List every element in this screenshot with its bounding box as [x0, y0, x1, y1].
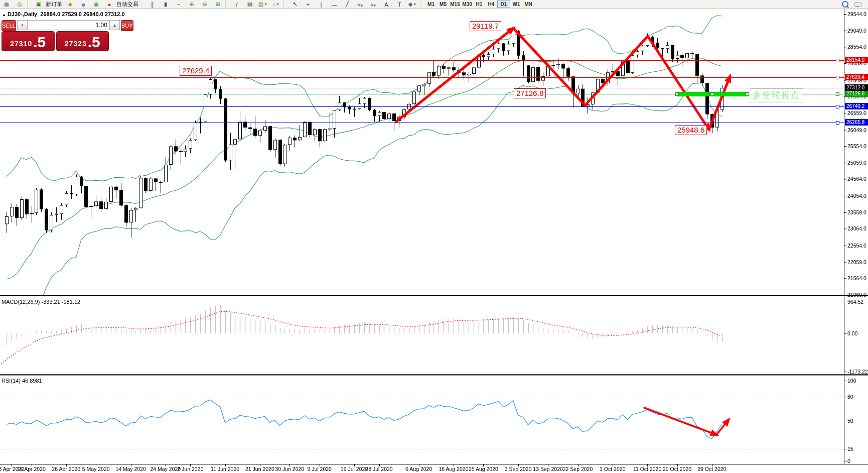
trendline-icon[interactable]: ╱ — [341, 1, 353, 8]
horizontal-line-object[interactable] — [0, 60, 844, 61]
fibonacci-icon[interactable]: ≈F — [367, 1, 379, 8]
periods-icon[interactable]: ○▼ — [270, 1, 282, 8]
date-axis-label: 11 Oct 2020 — [633, 466, 661, 472]
sell-price-button[interactable]: 27310 .5 — [2, 31, 55, 51]
auto-trading-icon[interactable]: ● — [103, 1, 115, 8]
price-axis-tick: 29049.0 — [847, 28, 866, 34]
toolbar-separator — [141, 1, 145, 8]
price-axis-tick: 24054.0 — [847, 193, 866, 199]
macd-label: MACD(12,26,9) -333.21 -181.12 — [2, 299, 80, 305]
search-icon[interactable] — [839, 1, 851, 8]
cursor-icon[interactable]: ↖ — [289, 1, 301, 8]
line-handle[interactable] — [836, 121, 839, 125]
green-bar-handle[interactable] — [675, 92, 679, 96]
rsi-axis-tick: 80 — [847, 394, 853, 400]
date-axis-label: 24 May 2020 — [150, 466, 181, 472]
price-annotation[interactable]: 27629.4 — [180, 66, 212, 76]
rsi-axis-tick: 50 — [847, 418, 853, 424]
green-bar-handle[interactable] — [746, 92, 749, 96]
profile-preview-icon[interactable]: ◎ — [14, 1, 26, 8]
chat-icon[interactable] — [852, 1, 864, 8]
volume-up-icon[interactable]: ▲ — [109, 20, 120, 30]
line-handle[interactable] — [836, 105, 839, 108]
timeframe-M15[interactable]: M15 — [449, 1, 461, 8]
arrows-icon[interactable]: ◆▼ — [406, 1, 418, 8]
ohlc-readout: 26884.0 27529.0 26840.0 27312.0 — [40, 11, 124, 17]
horizontal-line-object[interactable] — [0, 77, 844, 78]
candlestick-mode-icon[interactable]: ▮ — [160, 1, 172, 8]
price-axis-tick: 26049.0 — [847, 127, 866, 133]
timeframe-M1[interactable]: M1 — [425, 1, 437, 8]
horizontal-line-icon[interactable]: — — [328, 1, 340, 8]
price-annotation[interactable]: 29119.7 — [470, 21, 501, 31]
date-axis-label: 22 Sep 2020 — [563, 466, 593, 472]
price-line-tag: 26265.8 — [845, 119, 868, 126]
volume-input[interactable] — [28, 20, 109, 30]
text-icon[interactable]: A — [380, 1, 392, 8]
date-axis-label: 21 Jun 2020 — [245, 466, 274, 472]
toolbar-separator — [225, 1, 229, 8]
date-axis-label: 29 Oct 2020 — [697, 466, 726, 472]
price-axis-tick: 23064.0 — [847, 225, 866, 231]
buy-button[interactable]: BUY — [121, 20, 133, 31]
buy-price-button[interactable]: 27323 .5 — [56, 31, 109, 51]
toolbar-separator — [283, 1, 287, 8]
horizontal-line-object[interactable] — [0, 106, 844, 107]
date-axis-label: 26 Apr 2020 — [52, 466, 80, 472]
bar-chart-mode-icon[interactable]: ║ — [147, 1, 159, 8]
symbol-period: DJ30-,Daily — [8, 11, 37, 17]
timeframe-W1[interactable]: W1 — [510, 1, 522, 8]
timeframe-D1[interactable]: D1 — [497, 1, 510, 8]
line-handle[interactable] — [836, 92, 839, 96]
open-chart-icon[interactable]: ▦ — [1, 1, 13, 8]
price-line-tag: 28154.0 — [845, 57, 868, 63]
vertical-line-icon[interactable]: | — [315, 1, 327, 8]
auto-trading-icon-label[interactable]: 自动交易 — [116, 1, 138, 8]
horizontal-line-object[interactable] — [0, 123, 844, 123]
date-axis-label: 11 Jun 2020 — [211, 466, 239, 472]
price-axis-tick: 21564.0 — [847, 275, 866, 281]
mt4-window: ▦◎▣新订单◆☻◉●自动交易║▮~⊕⊖⊞ƒ▤▥▼○▼↖+|—╱≈E≈FAT◆▼M… — [0, 0, 868, 473]
expert-advisors-icon[interactable]: ☻ — [77, 1, 89, 8]
timeframe-M5[interactable]: M5 — [437, 1, 449, 8]
volume-down-icon[interactable]: ▼ — [17, 20, 28, 30]
indicators-icon[interactable]: ƒ — [231, 1, 243, 8]
current-price-tag: 27312.0 — [845, 84, 868, 91]
volume-stepper: ▼ ▲ — [17, 20, 120, 30]
templates-icon[interactable]: ▥▼ — [257, 1, 269, 8]
line-chart-mode-icon[interactable]: ~ — [173, 1, 185, 8]
timeframe-MN[interactable]: MN — [522, 1, 534, 8]
tile-windows-icon[interactable]: ⊞ — [212, 1, 224, 8]
equidistant-channel-icon[interactable]: ≈E — [354, 1, 366, 8]
turning-point-note[interactable]: 多空转折点 — [750, 88, 803, 102]
crosshair-icon[interactable]: + — [302, 1, 314, 8]
signals-icon[interactable]: ◉ — [90, 1, 102, 8]
price-annotation[interactable]: 27126.8 — [514, 88, 546, 98]
date-axis-label: 1 Oct 2020 — [600, 466, 625, 472]
price-annotation[interactable]: 25948.6 — [675, 125, 707, 135]
price-line-tag: 27629.4 — [845, 74, 868, 80]
chart-overlay: ▲DJ30-,Daily 26884.0 27529.0 26840.0 273… — [0, 0, 868, 473]
indicator-windows-icon[interactable]: ▤ — [244, 1, 256, 8]
new-order-icon-label[interactable]: 新订单 — [46, 1, 62, 8]
rsi-axis-tick: 15 — [847, 446, 853, 452]
title-marker-icon: ▲ — [2, 13, 6, 17]
buy-price-frac: .5 — [88, 35, 100, 49]
line-handle[interactable] — [836, 76, 839, 79]
line-handle[interactable] — [836, 59, 839, 62]
timeframe-M30[interactable]: M30 — [461, 1, 473, 8]
timeframe-H1[interactable]: H1 — [473, 1, 485, 8]
date-axis-label: 19 Jul 2020 — [341, 466, 368, 472]
eraser-icon[interactable]: ◆ — [64, 1, 76, 8]
text-label-icon[interactable]: T — [393, 1, 405, 8]
date-axis-label: 14 May 2020 — [115, 466, 146, 472]
zoom-in-icon[interactable]: ⊕ — [186, 1, 198, 8]
date-axis-label: 3 Sep 2020 — [505, 466, 532, 472]
new-order-icon[interactable]: ▣ — [33, 1, 45, 8]
rsi-label: RSI(14) 46.8981 — [2, 378, 42, 384]
price-axis-tick: 25059.0 — [847, 160, 866, 166]
zoom-out-icon[interactable]: ⊖ — [199, 1, 211, 8]
green-bar-handle[interactable] — [710, 92, 714, 96]
timeframe-H4[interactable]: H4 — [485, 1, 497, 8]
sell-button[interactable]: SELL — [2, 20, 16, 31]
